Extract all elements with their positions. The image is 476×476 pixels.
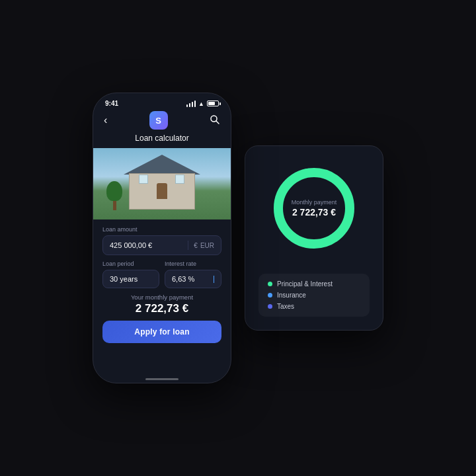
monthly-payment-section: Your monthly payment 2 722,73 €: [102, 294, 221, 315]
insurance-dot: [268, 293, 272, 298]
donut-label: Monthly payment: [292, 199, 337, 206]
legend-item-principal: Principal & Interest: [268, 280, 360, 288]
interest-rate-label: Interest rate: [165, 260, 221, 267]
interest-rate-value: 6,63 %: [172, 275, 213, 283]
wifi-icon: ▲: [198, 100, 204, 107]
form-area: Loan amount 425 000,00 € € EUR Loan peri…: [93, 219, 231, 374]
currency-display: € EUR: [188, 241, 214, 250]
tree-decoration: [106, 184, 122, 210]
principal-dot: [268, 282, 272, 286]
interest-rate-field[interactable]: 6,63 %: [165, 270, 221, 288]
monthly-payment-amount: 2 722,73 €: [102, 302, 221, 315]
house-roof: [124, 155, 200, 175]
legend: Principal & Interest Insurance Taxes: [258, 274, 370, 317]
loan-period-field-wrapper: Loan period 30 years: [102, 260, 159, 288]
battery-icon: [207, 100, 219, 106]
svg-line-1: [216, 121, 219, 124]
legend-item-taxes: Taxes: [268, 303, 360, 310]
loan-period-label: Loan period: [102, 260, 159, 267]
interest-rate-field-wrapper: Interest rate 6,63 %: [165, 260, 221, 288]
app-scene: 9:41 ▲ ‹ S: [93, 93, 383, 383]
monthly-payment-label: Your monthly payment: [102, 294, 221, 301]
apply-button[interactable]: Apply for loan: [102, 321, 221, 343]
house-window-left: [139, 175, 148, 184]
time-display: 9:41: [105, 100, 118, 107]
period-rate-row: Loan period 30 years Interest rate 6,63 …: [102, 260, 221, 288]
nav-bar: ‹ S: [93, 110, 231, 134]
loan-amount-label: Loan amount: [102, 226, 221, 233]
donut-center: Monthly payment 2 722,73 €: [292, 199, 337, 218]
taxes-label: Taxes: [277, 303, 294, 310]
signal-icon: [186, 100, 196, 107]
loan-amount-field[interactable]: 425 000,00 € € EUR: [102, 235, 221, 255]
house-window-right: [175, 175, 184, 184]
taxes-dot: [268, 304, 272, 309]
cursor-blink: [214, 276, 215, 283]
currency-code: EUR: [200, 242, 214, 249]
logo-icon: S: [149, 111, 168, 130]
donut-amount: 2 722,73 €: [292, 207, 337, 218]
phone-frame: 9:41 ▲ ‹ S: [93, 93, 231, 383]
insurance-label: Insurance: [277, 292, 306, 299]
back-button[interactable]: ‹: [104, 114, 107, 126]
page-title: Loan calculator: [93, 134, 231, 143]
legend-item-insurance: Insurance: [268, 292, 360, 299]
status-bar: 9:41 ▲: [93, 93, 231, 110]
property-image: [93, 148, 231, 219]
currency-symbol: €: [194, 242, 198, 249]
house-body: [129, 173, 195, 210]
home-indicator: [145, 378, 178, 380]
house-door: [157, 183, 167, 199]
loan-amount-value: 425 000,00 €: [110, 241, 188, 249]
principal-label: Principal & Interest: [277, 280, 333, 288]
loan-period-field[interactable]: 30 years: [102, 270, 159, 288]
donut-chart: Monthly payment 2 722,73 €: [268, 162, 360, 255]
payment-card: Monthly payment 2 722,73 € Principal & I…: [245, 145, 383, 331]
status-icons: ▲: [186, 100, 219, 107]
loan-period-value: 30 years: [110, 275, 152, 283]
search-button[interactable]: [210, 114, 220, 127]
